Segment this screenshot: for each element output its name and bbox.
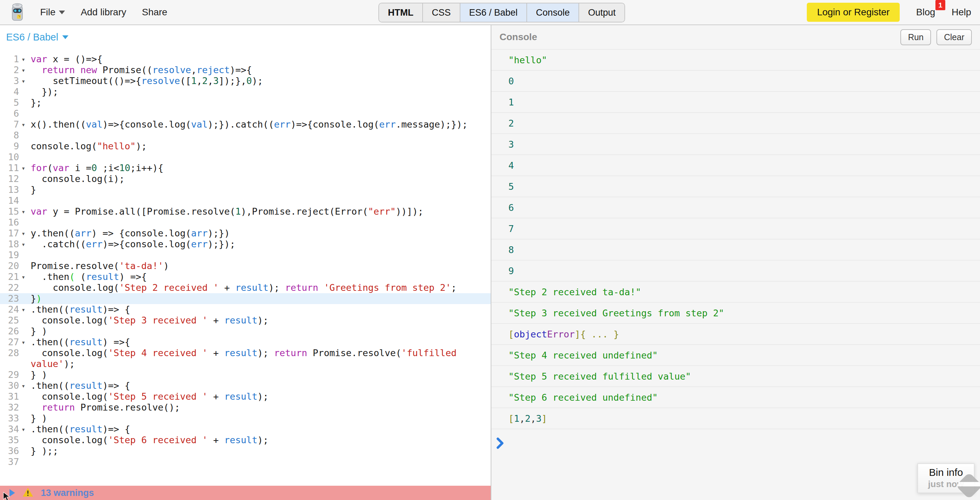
line-number: 15 <box>0 206 19 217</box>
tab-css[interactable]: CSS <box>423 3 460 22</box>
code-line[interactable]: 15▾var y = Promise.all([Promise.resolve(… <box>0 206 491 217</box>
console-entry[interactable]: [1, 2, 3] <box>492 408 980 429</box>
code-line[interactable]: 22 console.log('Step 2 received ' + resu… <box>0 282 491 293</box>
menu-item-file[interactable]: File <box>40 7 65 18</box>
code-token: err <box>191 239 208 249</box>
fold-arrow-icon[interactable]: ▾ <box>19 206 30 217</box>
code-line-text: console.log('Step 5 received ' + result)… <box>30 391 491 402</box>
console-prompt-row[interactable] <box>492 429 980 459</box>
fold-arrow-icon[interactable]: ▾ <box>19 380 30 391</box>
menu-item-add-library[interactable]: Add library <box>81 7 126 18</box>
line-number: 30 <box>0 380 19 391</box>
menu-item-label: File <box>40 7 56 18</box>
tab-html[interactable]: HTML <box>379 3 423 22</box>
fold-arrow-icon[interactable]: ▾ <box>19 163 30 173</box>
code-line[interactable]: 19 <box>0 250 491 260</box>
code-token: for <box>30 163 47 173</box>
console-entry[interactable]: [object Error] { ... } <box>492 324 980 345</box>
code-line[interactable]: 23}) <box>0 293 491 304</box>
topbar-left-group: FileAdd libraryShare <box>10 0 167 24</box>
code-line[interactable]: 13} <box>0 184 491 195</box>
editor-panel-label[interactable]: ES6 / Babel <box>6 32 58 43</box>
code-line[interactable]: 26} ) <box>0 326 491 337</box>
login-register-button[interactable]: Login or Register <box>807 3 900 22</box>
code-line[interactable]: 10 <box>0 152 491 163</box>
code-token: ([ <box>180 76 191 86</box>
code-line[interactable]: 4 }); <box>0 86 491 97</box>
code-line[interactable]: 1▾var x = ()=>{ <box>0 54 491 65</box>
play-icon[interactable] <box>10 489 15 497</box>
code-token: );}) <box>208 228 230 238</box>
code-line[interactable]: 27▾.then((result) =>{ <box>0 337 491 348</box>
code-token: } <box>30 293 36 304</box>
code-line[interactable]: 21▾ .then( (result) =>{ <box>0 271 491 282</box>
blog-link[interactable]: Blog 1 <box>916 7 935 18</box>
line-number: 21 <box>0 271 19 282</box>
code-token: ) =>{ <box>102 337 130 347</box>
fold-arrow-icon[interactable]: ▾ <box>19 54 30 65</box>
code-line[interactable]: 36} );; <box>0 446 491 456</box>
jsbin-robot-icon[interactable] <box>10 3 24 22</box>
code-line[interactable]: 2▾ return new Promise((resolve,reject)=>… <box>0 65 491 76</box>
code-line[interactable]: 33} ) <box>0 413 491 424</box>
code-line[interactable]: 37 <box>0 456 491 467</box>
tab-es6-babel[interactable]: ES6 / Babel <box>460 3 527 22</box>
code-line[interactable]: 31 console.log('Step 5 received ' + resu… <box>0 391 491 402</box>
code-line[interactable]: 9console.log("hello"); <box>0 141 491 152</box>
code-line[interactable]: 34▾.then((result)=> { <box>0 424 491 435</box>
code-line[interactable]: 25 console.log('Step 3 received ' + resu… <box>0 315 491 326</box>
fold-arrow-icon[interactable]: ▾ <box>19 65 30 76</box>
line-number: 35 <box>0 435 19 446</box>
code-line[interactable]: 7▾x().then((val)=>{console.log(val);}).c… <box>0 119 491 130</box>
code-line[interactable]: 20Promise.resolve('ta-da!') <box>0 260 491 271</box>
code-line[interactable]: 12 console.log(i); <box>0 173 491 184</box>
code-editor[interactable]: 1▾var x = ()=>{2▾ return new Promise((re… <box>0 49 491 486</box>
fold-arrow-icon[interactable]: ▾ <box>19 119 30 130</box>
line-number: 4 <box>0 86 19 97</box>
code-line[interactable]: 17▾y.then((arr) => {console.log(arr);}) <box>0 228 491 239</box>
tab-console[interactable]: Console <box>527 3 579 22</box>
code-line[interactable]: 18▾ .catch((err)=>{console.log(err);}); <box>0 239 491 250</box>
code-line-text: return Promise.resolve(); <box>30 402 491 413</box>
clear-button[interactable]: Clear <box>937 29 972 45</box>
fold-arrow-icon[interactable]: ▾ <box>19 228 30 239</box>
code-line[interactable]: 24▾.then((result)=> { <box>0 304 491 315</box>
run-button[interactable]: Run <box>900 29 931 45</box>
code-line-text: console.log('Step 2 received ' + result)… <box>30 282 491 293</box>
code-line[interactable]: 11▾for(var i =0 ;i<10;i++){ <box>0 163 491 173</box>
fold-arrow-icon[interactable]: ▾ <box>19 239 30 250</box>
fold-arrow-icon[interactable]: ▾ <box>19 337 30 348</box>
console-entry: "Step 2 received ta-da!" <box>492 282 980 303</box>
fold-arrow-icon[interactable]: ▾ <box>19 424 30 435</box>
code-line-text: console.log('Step 4 received ' + result)… <box>30 348 491 369</box>
fold-arrow-icon[interactable]: ▾ <box>19 76 30 86</box>
help-link[interactable]: Help <box>951 7 971 18</box>
code-line[interactable]: 16 <box>0 217 491 228</box>
bin-info-popup[interactable]: Bin info just now <box>917 463 975 493</box>
code-line[interactable]: 29} ) <box>0 369 491 380</box>
code-line[interactable]: 35 console.log('Step 6 received ' + resu… <box>0 435 491 446</box>
code-token: }); <box>30 86 58 97</box>
code-token: result <box>224 391 258 402</box>
code-token: ) =>{ <box>119 271 147 282</box>
console-entry: 3 <box>492 134 980 155</box>
code-line[interactable]: 8 <box>0 130 491 141</box>
editor-panel-header[interactable]: ES6 / Babel <box>0 25 491 49</box>
fold-arrow-icon[interactable]: ▾ <box>19 304 30 315</box>
code-line[interactable]: 5}; <box>0 97 491 108</box>
code-line[interactable]: 30▾.then((result)=> { <box>0 380 491 391</box>
code-line-text: }; <box>30 97 491 108</box>
warnings-bar[interactable]: 13 warnings <box>0 486 491 500</box>
topbar-right-group: Login or Register Blog 1 Help <box>807 0 971 24</box>
code-line[interactable]: 3▾ setTimeout(()=>{resolve([1,2,3]);},0)… <box>0 76 491 86</box>
tab-output[interactable]: Output <box>579 3 624 22</box>
code-token: val <box>86 119 103 130</box>
code-line[interactable]: 32 return Promise.resolve(); <box>0 402 491 413</box>
code-line[interactable]: 14 <box>0 195 491 206</box>
console-token: 0 <box>508 76 514 86</box>
fold-arrow-icon[interactable]: ▾ <box>19 271 30 282</box>
code-line[interactable]: 28 console.log('Step 4 received ' + resu… <box>0 348 491 369</box>
code-line[interactable]: 6 <box>0 108 491 119</box>
code-token: ) => {console.log( <box>92 228 191 238</box>
menu-item-share[interactable]: Share <box>142 7 167 18</box>
